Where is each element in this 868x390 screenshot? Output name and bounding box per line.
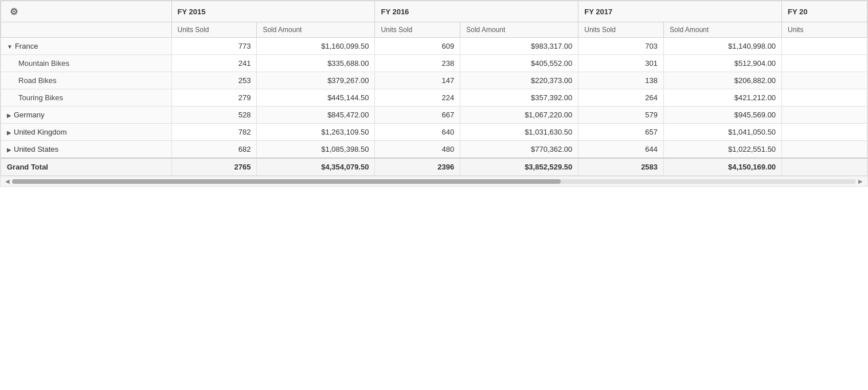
france-fy2016-units: 609 [375,38,460,55]
germany-fy2018-partial [782,107,867,124]
uk-fy2017-units: 657 [578,124,664,141]
us-fy2017-amount: $1,022,551.50 [664,141,782,159]
pivot-table: ⚙ FY 2015 FY 2016 FY 2017 FY 20 Units So… [1,1,867,176]
scrollbar-thumb[interactable] [12,179,561,184]
scroll-wrapper[interactable]: ⚙ FY 2015 FY 2016 FY 2017 FY 20 Units So… [1,1,867,176]
road-bikes-fy2016-units: 147 [375,72,460,89]
road-bikes-fy2015-units: 253 [171,72,257,89]
germany-fy2016-units: 667 [375,107,460,124]
fy2017-units-header: Units Sold [578,22,664,38]
france-label[interactable]: ▼France [1,38,172,55]
grand-total-fy2015-amount: $4,354,079.50 [257,158,375,176]
label-col-header [1,22,172,38]
france-fy2015-units: 773 [171,38,257,55]
grand-total-label: Grand Total [1,158,172,176]
fy2015-units-header: Units Sold [171,22,257,38]
us-fy2017-units: 644 [578,141,664,159]
us-fy2015-amount: $1,085,398.50 [257,141,375,159]
mountain-bikes-fy2017-units: 301 [578,55,664,72]
fy2016-units-header: Units Sold [375,22,460,38]
mountain-bikes-fy2015-amount: $335,688.00 [257,55,375,72]
grand-total-fy2016-units: 2396 [375,158,460,176]
mountain-bikes-fy2016-units: 238 [375,55,460,72]
col-header-row: Units Sold Sold Amount Units Sold Sold A… [1,22,867,38]
mountain-bikes-fy2016-amount: $405,552.00 [460,55,578,72]
france-fy2017-amount: $1,140,998.00 [664,38,782,55]
france-expand-arrow[interactable]: ▼ [7,44,13,50]
touring-bikes-fy2016-amount: $357,392.00 [460,89,578,107]
mountain-bikes-fy2018-partial [782,55,867,72]
fy2015-header: FY 2015 [171,1,375,22]
fy2017-amount-header: Sold Amount [664,22,782,38]
germany-fy2015-amount: $845,472.00 [257,107,375,124]
germany-expand-arrow[interactable]: ▶ [7,112,11,119]
uk-expand-arrow[interactable]: ▶ [7,129,11,136]
germany-fy2017-amount: $945,569.00 [664,107,782,124]
uk-fy2016-amount: $1,031,630.50 [460,124,578,141]
grand-total-fy2017-amount: $4,150,169.00 [664,158,782,176]
touring-bikes-fy2017-amount: $421,212.00 [664,89,782,107]
touring-bikes-fy2015-amount: $445,144.50 [257,89,375,107]
mountain-bikes-fy2017-amount: $512,904.00 [664,55,782,72]
uk-fy2017-amount: $1,041,050.50 [664,124,782,141]
road-bikes-fy2016-amount: $220,373.00 [460,72,578,89]
road-bikes-fy2018-partial [782,72,867,89]
touring-bikes-fy2018-partial [782,89,867,107]
us-fy2016-units: 480 [375,141,460,159]
us-fy2018-partial [782,141,867,159]
germany-fy2016-amount: $1,067,220.00 [460,107,578,124]
uk-fy2015-amount: $1,263,109.50 [257,124,375,141]
road-bikes-fy2017-amount: $206,882.00 [664,72,782,89]
france-fy2016-amount: $983,317.00 [460,38,578,55]
united-states-label[interactable]: ▶United States [1,141,172,159]
united-kingdom-label[interactable]: ▶United Kingdom [1,124,172,141]
touring-bikes-fy2017-units: 264 [578,89,664,107]
touring-bikes-label: Touring Bikes [1,89,172,107]
horizontal-scrollbar[interactable]: ◀ ▶ [1,176,867,186]
road-bikes-fy2015-amount: $379,267.00 [257,72,375,89]
scroll-left-arrow[interactable]: ◀ [3,177,12,186]
touring-bikes-row: Touring Bikes 279 $445,144.50 224 $357,3… [1,89,867,107]
uk-fy2018-partial [782,124,867,141]
fy2016-header: FY 2016 [375,1,578,22]
us-expand-arrow[interactable]: ▶ [7,147,11,153]
mountain-bikes-row: Mountain Bikes 241 $335,688.00 238 $405,… [1,55,867,72]
mountain-bikes-label: Mountain Bikes [1,55,172,72]
touring-bikes-fy2015-units: 279 [171,89,257,107]
touring-bikes-fy2016-units: 224 [375,89,460,107]
uk-fy2016-units: 640 [375,124,460,141]
road-bikes-label: Road Bikes [1,72,172,89]
germany-label[interactable]: ▶Germany [1,107,172,124]
scroll-right-arrow[interactable]: ▶ [856,177,865,186]
grand-total-fy2016-amount: $3,852,529.50 [460,158,578,176]
fy2018-header-partial: FY 20 [782,1,867,22]
scrollbar-track[interactable] [12,179,856,184]
united-kingdom-row: ▶United Kingdom 782 $1,263,109.50 640 $1… [1,124,867,141]
germany-row: ▶Germany 528 $845,472.00 667 $1,067,220.… [1,107,867,124]
fy2018-units-header-partial: Units [782,22,867,38]
mountain-bikes-fy2015-units: 241 [171,55,257,72]
grand-total-fy2018-partial [782,158,867,176]
united-states-row: ▶United States 682 $1,085,398.50 480 $77… [1,141,867,159]
road-bikes-row: Road Bikes 253 $379,267.00 147 $220,373.… [1,72,867,89]
germany-fy2017-units: 579 [578,107,664,124]
page-wrapper: ⚙ FY 2015 FY 2016 FY 2017 FY 20 Units So… [0,0,868,390]
us-fy2016-amount: $770,362.00 [460,141,578,159]
germany-fy2015-units: 528 [171,107,257,124]
gear-icon[interactable]: ⚙ [7,5,21,18]
corner-cell: ⚙ [1,1,172,22]
fy2016-amount-header: Sold Amount [460,22,578,38]
pivot-table-container: ⚙ FY 2015 FY 2016 FY 2017 FY 20 Units So… [0,0,868,187]
road-bikes-fy2017-units: 138 [578,72,664,89]
france-row: ▼France 773 $1,160,099.50 609 $983,317.0… [1,38,867,55]
uk-fy2015-units: 782 [171,124,257,141]
france-fy2018-units-partial [782,38,867,55]
grand-total-fy2015-units: 2765 [171,158,257,176]
year-header-row: ⚙ FY 2015 FY 2016 FY 2017 FY 20 [1,1,867,22]
france-fy2017-units: 703 [578,38,664,55]
grand-total-fy2017-units: 2583 [578,158,664,176]
france-fy2015-amount: $1,160,099.50 [257,38,375,55]
grand-total-row: Grand Total 2765 $4,354,079.50 2396 $3,8… [1,158,867,176]
fy2015-amount-header: Sold Amount [257,22,375,38]
us-fy2015-units: 682 [171,141,257,159]
